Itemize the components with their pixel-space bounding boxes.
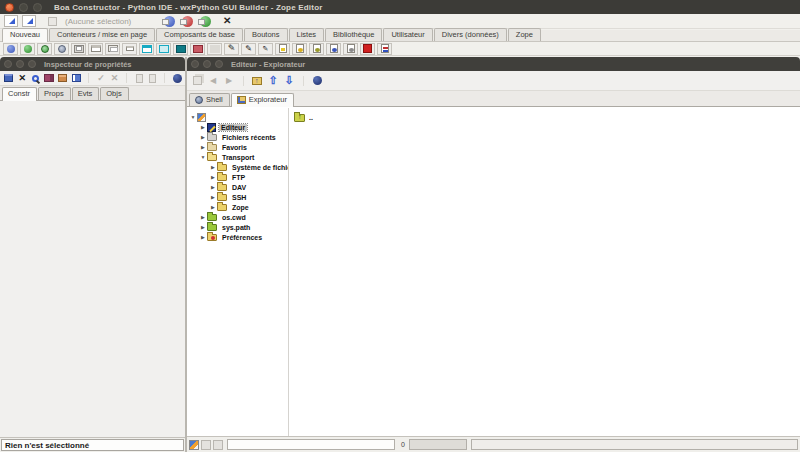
- explorer-icon: [237, 96, 246, 104]
- inspect-pointer-icon[interactable]: [4, 15, 18, 27]
- forward-icon: [226, 75, 232, 86]
- blank-slot-button[interactable]: [207, 43, 222, 55]
- inspect-pointer-alt-icon[interactable]: [22, 15, 36, 27]
- tree-item-ftp[interactable]: ▶FTP: [187, 172, 288, 182]
- inspector-tab-bar: ConstrPropsEvtsObjs: [0, 86, 185, 101]
- palette-tab-bibliotheque[interactable]: Bibliothèque: [325, 28, 382, 41]
- palette-tab-conteneurs-mise-en-page[interactable]: Conteneurs / mise en page: [49, 28, 155, 41]
- tree-item-editeur[interactable]: ▶Editeur: [187, 122, 288, 132]
- inspector-close-button[interactable]: [4, 60, 12, 68]
- expand-icon[interactable]: ▶: [209, 164, 217, 170]
- pencil-tiny-button[interactable]: [258, 43, 273, 55]
- inspector-maximize-button[interactable]: [28, 60, 36, 68]
- expand-icon[interactable]: ▶: [199, 234, 207, 240]
- book-blue-button[interactable]: [71, 72, 83, 84]
- palette-tab-composants-de-base[interactable]: Composants de base: [156, 28, 243, 41]
- selection-checkbox[interactable]: [48, 17, 57, 26]
- frame-outline-button[interactable]: [88, 43, 103, 55]
- inspector-tab-objs[interactable]: Objs: [100, 87, 128, 100]
- books-red-button[interactable]: [44, 72, 56, 84]
- inspector-tab-constr[interactable]: Constr: [2, 87, 37, 101]
- close-button[interactable]: [5, 3, 14, 12]
- inspector-minimize-button[interactable]: [16, 60, 24, 68]
- palette-tab-divers-donnees[interactable]: Divers (données): [434, 28, 507, 41]
- expand-icon[interactable]: ▶: [209, 204, 217, 210]
- expand-icon[interactable]: ▶: [199, 124, 207, 130]
- tree-item-preferences[interactable]: ▶Préférences: [187, 232, 288, 242]
- paste-notebook-button[interactable]: [3, 72, 15, 84]
- find-inspect-button[interactable]: [30, 72, 42, 84]
- python-module-globe-button[interactable]: [20, 43, 35, 55]
- collapse-icon[interactable]: ▼: [189, 114, 197, 120]
- blue-sphere-icon[interactable]: [164, 16, 175, 27]
- doc-yellow-mark-button[interactable]: [275, 43, 290, 55]
- explorer-maximize-button[interactable]: [215, 60, 223, 68]
- maximize-button[interactable]: [33, 3, 42, 12]
- palette-tab-nouveau[interactable]: Nouveau: [2, 28, 48, 42]
- tree-item-fichiers-recents[interactable]: ▶Fichiers récents: [187, 132, 288, 142]
- frame-with-panel-button[interactable]: [105, 43, 120, 55]
- expand-icon[interactable]: ▶: [199, 224, 207, 230]
- list-item-..[interactable]: ..: [294, 112, 800, 123]
- tree-item-favoris[interactable]: ▶Favoris: [187, 142, 288, 152]
- expand-icon[interactable]: ▶: [199, 134, 207, 140]
- tree-item-ssh[interactable]: ▶SSH: [187, 192, 288, 202]
- close-page-icon[interactable]: ✕: [223, 16, 231, 26]
- tree-item-zope[interactable]: ▶Zope: [187, 202, 288, 212]
- book-orange-button[interactable]: [57, 72, 69, 84]
- doc-blue-ball-button[interactable]: [326, 43, 341, 55]
- move-up-button[interactable]: [266, 75, 280, 87]
- inspector-panel: Inspecteur de propriétés ConstrPropsEvts…: [0, 57, 185, 452]
- doc-scribble-button[interactable]: [377, 43, 392, 55]
- expand-icon[interactable]: ▶: [199, 144, 207, 150]
- red-sphere-icon[interactable]: [182, 16, 193, 27]
- tree-item-systeme-de-fichiers[interactable]: ▶Système de fichiers: [187, 162, 288, 172]
- palette-tab-zope[interactable]: Zope: [508, 28, 541, 41]
- explorer-tab-explorateur[interactable]: Explorateur: [231, 93, 294, 107]
- doc-gray-ball-button[interactable]: [343, 43, 358, 55]
- collapse-icon[interactable]: ▼: [199, 154, 207, 160]
- explorer-tab-shell[interactable]: Shell: [189, 93, 230, 106]
- tree-item-dav[interactable]: ▶DAV: [187, 182, 288, 192]
- explorer-minimize-button[interactable]: [203, 60, 211, 68]
- selection-combo[interactable]: (Aucune sélection): [65, 17, 157, 26]
- status-button-2[interactable]: [213, 440, 223, 450]
- dialog-cyan-button[interactable]: [139, 43, 154, 55]
- palette-tab-listes[interactable]: Listes: [289, 28, 325, 41]
- expand-icon[interactable]: ▶: [209, 184, 217, 190]
- minimize-button[interactable]: [19, 3, 28, 12]
- expand-icon[interactable]: ▶: [209, 174, 217, 180]
- pencil-button[interactable]: [224, 43, 239, 55]
- explorer-close-button[interactable]: [191, 60, 199, 68]
- mini-frame-button[interactable]: [122, 43, 137, 55]
- red-block-button[interactable]: [360, 43, 375, 55]
- window-red-button[interactable]: [190, 43, 205, 55]
- python-app-globe-button[interactable]: [3, 43, 18, 55]
- tree-item-root[interactable]: ▼: [187, 112, 288, 122]
- tree-item-os.cwd[interactable]: ▶os.cwd: [187, 212, 288, 222]
- delete-button[interactable]: [17, 72, 29, 84]
- expand-icon[interactable]: ▶: [199, 214, 207, 220]
- tree-item-sys.path[interactable]: ▶sys.path: [187, 222, 288, 232]
- pencil-small-button[interactable]: [241, 43, 256, 55]
- palette-tab-utilisateur[interactable]: Utilisateur: [383, 28, 432, 41]
- expand-icon[interactable]: ▶: [209, 194, 217, 200]
- gray-globe-button[interactable]: [54, 43, 69, 55]
- palette-tab-boutons[interactable]: Boutons: [244, 28, 288, 41]
- inspector-tab-props[interactable]: Props: [38, 87, 71, 100]
- package-green-globe-button[interactable]: [37, 43, 52, 55]
- window-cyan-button[interactable]: [156, 43, 171, 55]
- doc-olive-ball-button[interactable]: [309, 43, 324, 55]
- help-sphere-button[interactable]: [310, 75, 324, 87]
- move-down-button[interactable]: [282, 75, 296, 87]
- help-sphere-button[interactable]: [171, 72, 183, 84]
- green-sphere-icon[interactable]: [200, 16, 211, 27]
- status-button-1[interactable]: [201, 440, 211, 450]
- tree-item-transport[interactable]: ▼Transport: [187, 152, 288, 162]
- inspector-tab-evts[interactable]: Evts: [72, 87, 100, 100]
- doc-gold-ball-button[interactable]: [292, 43, 307, 55]
- bookmark-folder-button[interactable]: [250, 75, 264, 87]
- window-teal-button[interactable]: [173, 43, 188, 55]
- mdi-parent-window-button[interactable]: [71, 43, 86, 55]
- confirm-icon: [97, 73, 105, 83]
